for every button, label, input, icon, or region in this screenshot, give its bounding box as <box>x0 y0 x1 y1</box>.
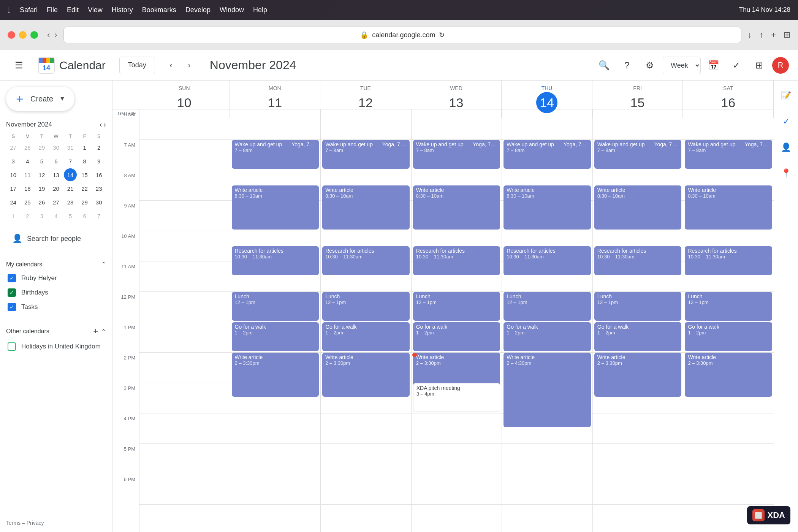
event-block[interactable]: Write article8:30 – 10am <box>594 185 682 230</box>
today-button[interactable]: Today <box>119 57 155 74</box>
mini-cal-day[interactable]: 27 <box>7 141 20 154</box>
tabs-icon[interactable]: ⊞ <box>784 30 790 40</box>
event-block[interactable]: Write article2 – 3:30pm <box>685 353 772 397</box>
mini-cal-day[interactable]: 17 <box>7 182 20 195</box>
mini-cal-day[interactable]: 21 <box>64 182 77 195</box>
mini-cal-day[interactable]: 15 <box>78 168 91 181</box>
mini-cal-day[interactable]: 20 <box>49 182 62 195</box>
mini-cal-day[interactable]: 31 <box>64 141 77 154</box>
calendar-item-ruby[interactable]: ✓ Ruby Helyer <box>6 271 106 285</box>
mini-cal-day[interactable]: 3 <box>7 155 20 168</box>
share-icon[interactable]: ↑ <box>759 30 763 40</box>
my-calendars-header[interactable]: My calendars ⌃ <box>6 258 106 271</box>
event-block[interactable]: Lunch12 – 1pm <box>685 292 772 321</box>
mini-cal-day[interactable]: 28 <box>21 141 34 154</box>
event-yoga[interactable]: Yoga, 7:15a <box>379 140 410 169</box>
menu-window[interactable]: Window <box>220 6 244 14</box>
view-selector[interactable]: Week <box>663 57 701 74</box>
apple-menu[interactable]:  <box>8 5 11 15</box>
event-yoga[interactable]: Yoga, 7:15a <box>560 140 591 169</box>
event-block[interactable]: Write article2 – 4:30pm <box>504 353 591 427</box>
mini-cal-day[interactable]: 24 <box>7 196 20 209</box>
event-block[interactable]: Lunch12 – 1pm <box>322 292 410 321</box>
menu-edit[interactable]: Edit <box>67 6 79 14</box>
mini-cal-day[interactable]: 7 <box>64 155 77 168</box>
mini-cal-day[interactable]: 16 <box>92 168 105 181</box>
mini-cal-day[interactable]: 19 <box>35 182 48 195</box>
privacy-link[interactable]: Privacy <box>27 520 44 526</box>
event-block[interactable]: Go for a walk1 – 2pm <box>232 322 319 351</box>
event-yoga[interactable]: Yoga, 7:15a <box>742 140 772 169</box>
mini-cal-day[interactable]: 3 <box>35 209 48 222</box>
mini-cal-day[interactable]: 1 <box>7 209 20 222</box>
event-block[interactable]: Write article8:30 – 10am <box>685 185 772 230</box>
event-block[interactable]: Research for articles10:30 – 11:30am <box>322 246 410 275</box>
mini-cal-day[interactable]: 2 <box>92 141 105 154</box>
mini-cal-day[interactable]: 11 <box>21 168 34 181</box>
event-block[interactable]: Go for a walk1 – 2pm <box>322 322 410 351</box>
event-yoga[interactable]: Yoga, 7:15a <box>470 140 500 169</box>
mini-cal-day[interactable]: 27 <box>49 196 62 209</box>
event-block[interactable]: Write article8:30 – 10am <box>322 185 410 230</box>
mini-cal-prev[interactable]: ‹ <box>100 120 102 129</box>
close-button[interactable] <box>8 31 15 39</box>
mini-cal-day[interactable]: 6 <box>49 155 62 168</box>
menu-bookmarks[interactable]: Bookmarks <box>142 6 176 14</box>
mini-cal-day[interactable]: 13 <box>49 168 62 181</box>
mini-cal-day[interactable]: 30 <box>92 196 105 209</box>
calendar-item-holidays[interactable]: Holidays in United Kingdom <box>6 339 106 354</box>
menu-view[interactable]: View <box>88 6 103 14</box>
settings-button[interactable]: ⚙ <box>640 55 660 75</box>
maps-icon[interactable]: 📍 <box>777 164 795 182</box>
user-avatar[interactable]: R <box>772 57 789 74</box>
maximize-button[interactable] <box>30 31 38 39</box>
event-block[interactable]: Go for a walk1 – 2pm <box>594 322 682 351</box>
new-tab-icon[interactable]: + <box>771 30 776 40</box>
day-col-wed[interactable]: Wake up and get up7 – 8amYoga, 7:15aWrit… <box>411 109 502 532</box>
event-yoga[interactable]: Yoga, 7:15a <box>651 140 681 169</box>
mini-cal-day[interactable]: 4 <box>49 209 62 222</box>
event-block[interactable]: XDA pitch meeting3 – 4pm <box>413 383 500 412</box>
menu-develop[interactable]: Develop <box>185 6 211 14</box>
mini-cal-day[interactable]: 5 <box>64 209 77 222</box>
event-block[interactable]: Lunch12 – 1pm <box>504 292 591 321</box>
event-block[interactable]: Research for articles10:30 – 11:30am <box>594 246 682 275</box>
event-block[interactable]: Write article8:30 – 10am <box>413 185 500 230</box>
add-other-calendar-icon[interactable]: + <box>93 326 98 336</box>
mini-cal-day[interactable]: 7 <box>92 209 105 222</box>
mini-cal-day[interactable]: 2 <box>21 209 34 222</box>
day-col-thu[interactable]: Wake up and get up7 – 8amYoga, 7:15aWrit… <box>502 109 592 532</box>
menu-help[interactable]: Help <box>253 6 267 14</box>
mini-cal-day[interactable]: 23 <box>92 182 105 195</box>
contacts-icon[interactable]: 👤 <box>777 138 795 157</box>
event-block[interactable]: Lunch12 – 1pm <box>594 292 682 321</box>
tasks-view-icon[interactable]: ✓ <box>727 55 746 75</box>
menu-file[interactable]: File <box>47 6 58 14</box>
mini-cal-day[interactable]: 29 <box>35 141 48 154</box>
mini-cal-day[interactable]: 18 <box>21 182 34 195</box>
mini-cal-day[interactable]: 22 <box>78 182 91 195</box>
day-col-mon[interactable]: Wake up and get up7 – 8amYoga, 7:15aWrit… <box>230 109 321 532</box>
mini-cal-day[interactable]: 26 <box>35 196 48 209</box>
event-block[interactable]: Go for a walk1 – 2pm <box>685 322 772 351</box>
mini-cal-day[interactable]: 1 <box>78 141 91 154</box>
calendar-item-tasks[interactable]: ✓ Tasks <box>6 300 106 314</box>
day-col-sun[interactable] <box>139 109 230 532</box>
help-button[interactable]: ? <box>617 55 637 75</box>
mini-cal-next[interactable]: › <box>103 120 106 129</box>
mini-cal-day[interactable]: 30 <box>49 141 62 154</box>
event-block[interactable]: Research for articles10:30 – 11:30am <box>232 246 319 275</box>
event-block[interactable]: Write article8:30 – 10am <box>232 185 319 230</box>
event-block[interactable]: Research for articles10:30 – 11:30am <box>504 246 591 275</box>
mini-cal-day[interactable]: 8 <box>78 155 91 168</box>
event-block[interactable]: Go for a walk1 – 2pm <box>413 322 500 351</box>
event-yoga[interactable]: Yoga, 7:15a <box>288 140 319 169</box>
calendar-view-icon[interactable]: 📅 <box>704 55 724 75</box>
mini-cal-day[interactable]: 5 <box>35 155 48 168</box>
event-block[interactable]: Lunch12 – 1pm <box>413 292 500 321</box>
calendar-item-birthdays[interactable]: ✓ Birthdays <box>6 285 106 300</box>
event-block[interactable]: Write article2 – 3:30pm <box>232 353 319 397</box>
mini-cal-today[interactable]: 14 <box>64 168 77 181</box>
address-bar[interactable]: 🔒 calendar.google.com ↻ <box>63 27 741 43</box>
other-calendars-header[interactable]: Other calendars + ⌃ <box>6 323 106 339</box>
